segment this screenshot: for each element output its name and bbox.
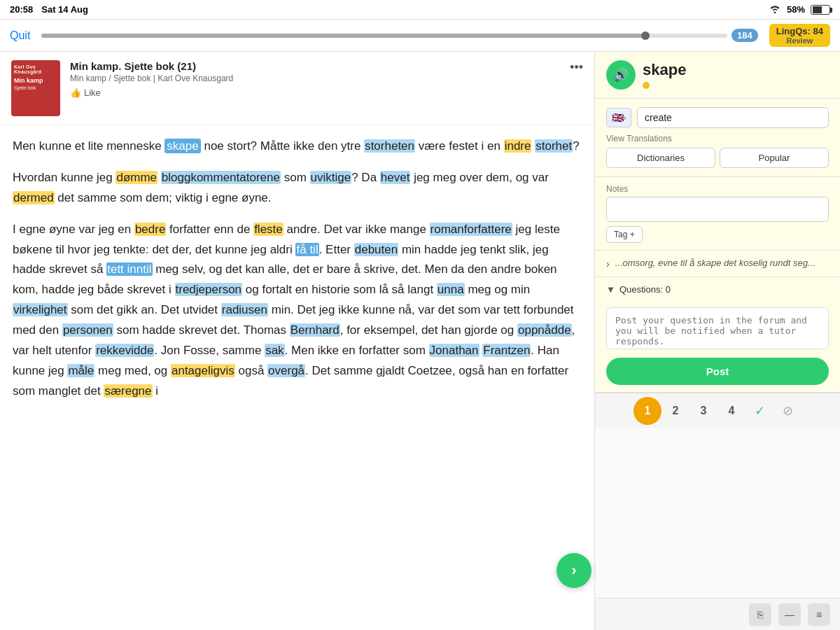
word-storheten[interactable]: storheten: [364, 139, 415, 153]
text-content[interactable]: Men kunne et lite menneske skape noe sto…: [0, 125, 594, 630]
copy-icon: ⎘: [757, 609, 763, 620]
time-label: 20:58: [10, 4, 33, 15]
word-maale[interactable]: måle: [67, 364, 94, 377]
lines-icon-button[interactable]: ≡: [808, 603, 830, 626]
translation-input[interactable]: [637, 107, 829, 128]
word-overgaa[interactable]: overgå: [267, 364, 305, 377]
word-level-dot: [643, 82, 650, 89]
level-4-button[interactable]: 4: [718, 397, 746, 425]
word-skape[interactable]: skape: [164, 139, 200, 153]
battery-level: 58%: [787, 4, 805, 15]
word-tredjeperson[interactable]: tredjeperson: [175, 283, 243, 296]
word-display: skape: [643, 61, 686, 79]
word-hevet[interactable]: hevet: [380, 171, 411, 184]
review-label: Review: [776, 36, 823, 45]
lines-icon: ≡: [816, 609, 822, 620]
like-label: Like: [84, 88, 101, 98]
book-header: Karl Ove Knausgård Min kamp Sjette bok M…: [0, 52, 594, 125]
questions-body: Post: [595, 302, 840, 392]
minus-icon-button[interactable]: —: [778, 603, 801, 626]
word-unna[interactable]: unna: [437, 283, 465, 296]
word-debuten[interactable]: debuten: [354, 243, 398, 256]
questions-header[interactable]: ▼ Questions: 0: [595, 277, 840, 302]
next-button[interactable]: ›: [556, 553, 592, 588]
question-input[interactable]: [606, 307, 829, 349]
status-bar: 20:58 Sat 14 Aug 58%: [0, 0, 840, 20]
level-2-button[interactable]: 2: [662, 397, 690, 425]
language-flag-button[interactable]: 🇬🇧 ›: [606, 108, 631, 127]
word-virkelighet[interactable]: virkelighet: [13, 303, 68, 316]
book-info: Min kamp. Sjette bok (21) Min kamp / Sje…: [70, 60, 560, 98]
progress-bar-container[interactable]: 184: [41, 29, 757, 42]
word-saerregne[interactable]: særegne: [104, 384, 152, 398]
date-label: Sat 14 Aug: [41, 4, 88, 15]
like-button[interactable]: 👍 Like: [70, 88, 101, 98]
level-1-button[interactable]: 1: [634, 397, 662, 425]
battery-icon: [811, 5, 830, 15]
view-translations-label: View Translations: [606, 134, 829, 144]
top-nav: Quit 184 LingQs: 84 Review: [0, 20, 840, 52]
wifi-icon: [769, 4, 781, 15]
word-bedre[interactable]: bedre: [134, 223, 166, 236]
context-chevron-icon: ›: [606, 258, 610, 270]
minus-icon: —: [785, 609, 794, 620]
word-frantzen[interactable]: Frantzen: [482, 344, 531, 357]
context-section[interactable]: › ...omsorg, evne til å skape det koseli…: [595, 251, 840, 277]
right-panel: 🔊 skape 🇬🇧 › View Translations Dictionar…: [595, 52, 840, 630]
translation-area: 🇬🇧 › View Translations Dictionaries Popu…: [595, 99, 840, 177]
word-antageligvis[interactable]: antageligvis: [171, 364, 235, 377]
cover-subtitle: Sjette bok: [14, 85, 36, 90]
bottom-controls: 1 2 3 4 ✓ ⊘: [595, 393, 840, 428]
word-bernhard[interactable]: Bernhard: [290, 323, 340, 337]
book-title: Min kamp. Sjette bok (21): [70, 60, 560, 72]
progress-handle[interactable]: [641, 31, 650, 40]
dictionaries-tab[interactable]: Dictionaries: [606, 148, 715, 168]
notes-label: Notes: [606, 184, 829, 194]
lingqs-label: LingQs: 84: [776, 26, 823, 36]
cover-author: Karl Ove Knausgård: [14, 64, 57, 74]
word-uviktige[interactable]: uviktige: [310, 171, 352, 184]
lingqs-area[interactable]: LingQs: 84 Review: [769, 24, 830, 47]
word-tett-inntil[interactable]: tett inntil: [106, 262, 152, 276]
word-domme[interactable]: dømme: [115, 171, 158, 184]
lingqs-badge[interactable]: LingQs: 84 Review: [769, 24, 830, 47]
word-indre[interactable]: indre: [504, 139, 532, 153]
check-button[interactable]: ✓: [746, 397, 774, 425]
word-blogg[interactable]: bloggkommentatorene: [161, 171, 281, 184]
word-storhet[interactable]: storhet: [535, 139, 573, 153]
tag-button[interactable]: Tag +: [606, 226, 643, 243]
cancel-icon: ⊘: [783, 403, 793, 419]
context-text: ...omsorg, evne til å skape det koselig …: [615, 258, 816, 268]
questions-section: ▼ Questions: 0 Post: [595, 277, 840, 393]
popular-tab[interactable]: Popular: [720, 148, 829, 168]
speaker-icon: 🔊: [613, 67, 629, 83]
book-subtitle: Min kamp / Sjette bok | Karl Ove Knausga…: [70, 74, 560, 83]
translation-tabs: Dictionaries Popular: [606, 148, 829, 168]
more-options-button[interactable]: •••: [570, 60, 583, 75]
word-sak[interactable]: sak: [265, 344, 284, 357]
word-romanforfattere[interactable]: romanforfattere: [430, 223, 512, 236]
copy-icon-button[interactable]: ⎘: [749, 603, 771, 626]
thumb-icon: 👍: [70, 88, 81, 98]
word-faa-til[interactable]: få til: [295, 243, 318, 256]
word-rekkevidde[interactable]: rekkevidde: [95, 344, 154, 357]
word-fleste[interactable]: fleste: [253, 223, 284, 236]
quit-button[interactable]: Quit: [10, 29, 30, 42]
level-3-button[interactable]: 3: [690, 397, 718, 425]
word-header: 🔊 skape: [595, 52, 840, 99]
word-oppnaadde[interactable]: oppnådde: [517, 323, 572, 337]
word-info: skape: [643, 61, 686, 89]
word-dermed[interactable]: dermed: [13, 191, 55, 204]
cover-title: Min kamp: [14, 77, 43, 84]
word-radiusen[interactable]: radiusen: [221, 303, 268, 316]
notes-input[interactable]: [606, 197, 829, 222]
cancel-button[interactable]: ⊘: [774, 397, 802, 425]
word-personen[interactable]: personen: [62, 323, 113, 337]
book-cover: Karl Ove Knausgård Min kamp Sjette bok: [11, 60, 60, 116]
notes-section: Notes Tag +: [595, 177, 840, 251]
post-button[interactable]: Post: [606, 358, 829, 385]
audio-button[interactable]: 🔊: [606, 60, 636, 90]
questions-label: Questions: 0: [620, 284, 671, 295]
word-jonathan[interactable]: Jonathan: [429, 344, 479, 357]
bottom-icon-bar: ⎘ — ≡: [595, 598, 840, 630]
